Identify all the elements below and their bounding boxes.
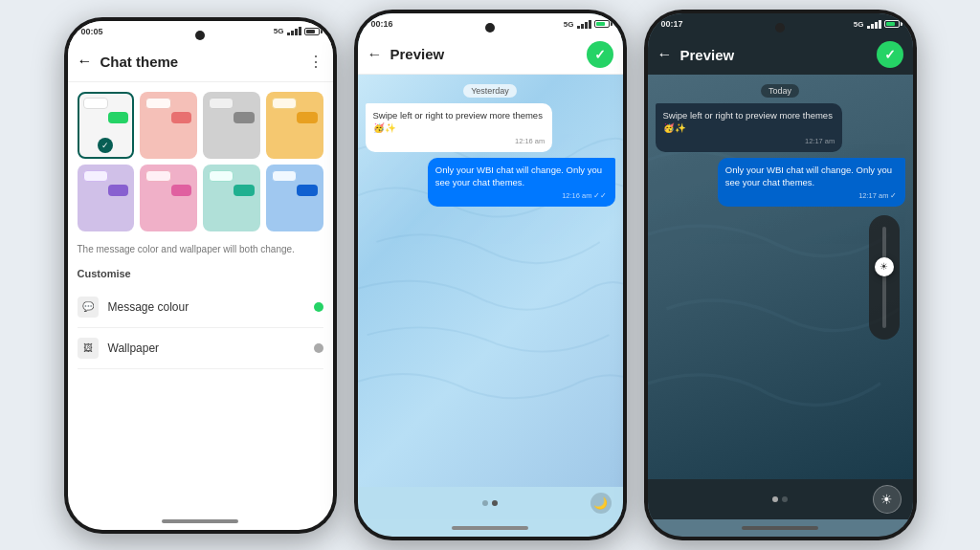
selected-check-icon: ✓: [98, 138, 113, 153]
brightness-slider-icon[interactable]: ☀: [869, 215, 900, 340]
page-title-mid: Preview: [390, 46, 579, 62]
time-left: 00:05: [81, 27, 103, 36]
time-right: 00:17: [661, 19, 683, 29]
message-colour-row[interactable]: 💬 Message colour: [78, 287, 323, 328]
theme-tile-purple[interactable]: [78, 165, 135, 231]
msg-time-sent-mid-1: 12:16 am ✓✓: [435, 191, 608, 202]
theme-tile-blue[interactable]: [266, 165, 323, 231]
battery-icon: [304, 28, 320, 35]
moon-icon[interactable]: 🌙: [590, 493, 612, 514]
bottom-bar-right: [648, 519, 913, 537]
dot-1-right: [772, 496, 778, 502]
slider-thumb: ☀: [875, 257, 894, 276]
camera-dot: [195, 31, 205, 40]
home-indicator-left: [162, 519, 238, 523]
message-colour-dot: [314, 302, 323, 312]
theme-content: ✓: [68, 82, 333, 513]
customise-label: Customise: [78, 268, 323, 279]
dot-2-right: [782, 496, 788, 502]
msg-time-recv-mid-1: 12:16 am: [373, 137, 546, 147]
theme-tile-orange[interactable]: [266, 92, 323, 159]
back-button-right[interactable]: ←: [657, 46, 673, 63]
network-right: 5G: [854, 20, 864, 29]
confirm-check-icon-right[interactable]: ✓: [877, 41, 903, 68]
page-title-right: Preview: [680, 47, 869, 63]
top-bar-mid: ← Preview ✓: [358, 34, 623, 75]
message-colour-label: Message colour: [108, 300, 304, 314]
msg-time-recv-right-1: 12:17 am: [663, 137, 835, 147]
signal-bars-icon-right: [867, 20, 881, 29]
top-bar-left: ← Chat theme ⋮: [68, 42, 333, 82]
dots-indicator-right: [772, 496, 788, 502]
msg-text-sent-right-1: Only your WBI chat will change. Only you…: [725, 165, 892, 187]
more-options-icon[interactable]: ⋮: [308, 53, 323, 71]
wallpaper-label: Wallpaper: [108, 341, 304, 355]
date-label-right: Today: [761, 84, 799, 98]
dots-indicator-mid: [482, 500, 498, 506]
network-left: 5G: [274, 27, 284, 35]
chat-area-right: Today Swipe left or right to preview mor…: [648, 75, 913, 479]
signal-bars-icon-mid: [577, 20, 591, 29]
info-text: The message color and wallpaper will bot…: [78, 243, 323, 256]
back-button-mid[interactable]: ←: [368, 46, 383, 63]
back-button-left[interactable]: ←: [78, 53, 93, 70]
theme-tile-gray[interactable]: [203, 92, 260, 159]
wallpaper-icon: 🖼: [78, 338, 99, 359]
msg-time-sent-right-1: 12:17 am ✓: [725, 191, 898, 202]
time-mid: 00:16: [371, 19, 393, 29]
status-icons-right: 5G: [854, 20, 900, 29]
wallpaper-row[interactable]: 🖼 Wallpaper: [78, 328, 323, 369]
bottom-bar-mid: [358, 519, 623, 537]
network-mid: 5G: [564, 20, 574, 29]
date-label-mid: Yesterday: [463, 84, 517, 98]
msg-text-recv-right-1: Swipe left or right to preview more them…: [663, 110, 833, 133]
slider-track: ☀: [882, 227, 886, 328]
msg-sent-mid-1: Only your WBI chat will change. Only you…: [428, 158, 615, 207]
theme-tile-teal[interactable]: [203, 165, 260, 231]
dot-2-mid: [492, 500, 498, 506]
message-colour-icon: 💬: [78, 297, 99, 318]
chat-bottom-bar-mid: 🌙: [358, 487, 623, 519]
wallpaper-dot: [314, 343, 323, 353]
signal-bars-icon: [287, 27, 301, 35]
phone-left: 00:05 5G ← Chat theme ⋮: [64, 17, 337, 534]
chat-area-mid: Yesterday Swipe left or right to preview…: [358, 75, 623, 487]
status-icons-left: 5G: [274, 27, 320, 35]
msg-received-mid-1: Swipe left or right to preview more them…: [366, 103, 553, 152]
dot-1-mid: [482, 500, 488, 506]
theme-grid: ✓: [78, 92, 323, 231]
theme-tile-default[interactable]: ✓: [78, 92, 135, 159]
msg-sent-right-1: Only your WBI chat will change. Only you…: [718, 158, 905, 207]
battery-icon-mid: [594, 20, 610, 28]
top-bar-right: ← Preview ✓: [648, 34, 913, 75]
chat-bottom-bar-right: ☀: [648, 479, 913, 519]
phone-mid: 00:16 5G ← Preview ✓: [354, 10, 627, 540]
theme-tile-pink2[interactable]: [140, 165, 197, 231]
status-icons-mid: 5G: [564, 20, 610, 29]
msg-text-recv-mid-1: Swipe left or right to preview more them…: [373, 110, 543, 133]
theme-tile-pink[interactable]: [140, 92, 197, 159]
chat-messages-mid: Yesterday Swipe left or right to preview…: [358, 75, 623, 487]
camera-dot-right: [775, 23, 785, 33]
home-indicator-mid: [452, 526, 528, 530]
msg-received-right-1: Swipe left or right to preview more them…: [656, 103, 843, 152]
home-indicator-right: [742, 526, 818, 530]
bottom-bar-left: [68, 513, 333, 530]
camera-dot-mid: [485, 23, 495, 33]
page-title-left: Chat theme: [100, 54, 301, 70]
battery-icon-right: [884, 20, 900, 28]
phone-right: 00:17 5G ← Preview ✓ Today: [644, 10, 917, 540]
confirm-check-icon-mid[interactable]: ✓: [587, 41, 613, 68]
msg-text-sent-mid-1: Only your WBI chat will change. Only you…: [435, 165, 602, 187]
sun-icon[interactable]: ☀: [873, 485, 902, 514]
